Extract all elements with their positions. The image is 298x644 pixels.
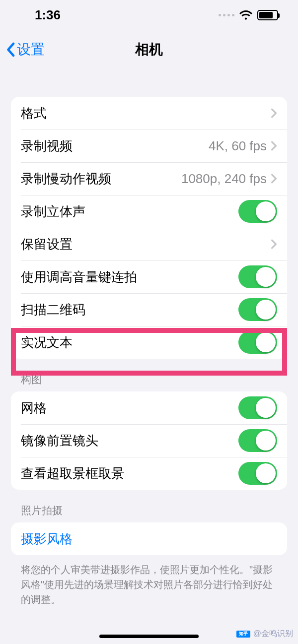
chevron-right-icon: [271, 140, 277, 151]
row-preserve-settings[interactable]: 保留设置: [11, 228, 287, 260]
row-label: 录制慢动作视频: [21, 170, 181, 188]
row-label: 镜像前置镜头: [21, 432, 238, 450]
row-label: 保留设置: [21, 236, 271, 253]
row-scan-qr: 扫描二维码: [11, 293, 287, 326]
row-label: 格式: [21, 105, 271, 122]
settings-group-capture: 摄影风格: [11, 522, 287, 555]
row-photo-styles[interactable]: 摄影风格: [11, 522, 287, 555]
row-detail: 1080p, 240 fps: [181, 171, 267, 187]
row-label: 使用调高音量键连拍: [21, 268, 238, 286]
settings-group-main: 格式 录制视频 4K, 60 fps 录制慢动作视频 1080p, 240 fp…: [11, 97, 287, 359]
chevron-left-icon: [6, 42, 15, 57]
nav-header: 设置 相机: [0, 30, 298, 69]
row-label: 录制立体声: [21, 203, 238, 220]
toggle-scan-qr[interactable]: [238, 298, 277, 321]
wifi-icon: [239, 10, 252, 20]
toggle-mirror-front[interactable]: [238, 429, 277, 452]
row-label: 录制视频: [21, 137, 209, 155]
back-button[interactable]: 设置: [6, 40, 45, 59]
status-time: 1:36: [35, 7, 61, 23]
row-label: 实况文本: [21, 334, 238, 351]
back-label: 设置: [17, 40, 45, 59]
section-footer-capture: 将您的个人审美带进摄影作品，使照片更加个性化。"摄影风格"使用先进的场景理解技术…: [0, 555, 298, 607]
row-label: 查看超取景框取景: [21, 465, 238, 482]
row-view-outside-frame: 查看超取景框取景: [11, 457, 287, 490]
settings-group-composition: 网格 镜像前置镜头 查看超取景框取景: [11, 391, 287, 490]
toggle-grid[interactable]: [238, 396, 277, 419]
row-label: 摄影风格: [21, 530, 277, 548]
chevron-right-icon: [271, 108, 277, 119]
chevron-right-icon: [271, 173, 277, 184]
toggle-stereo[interactable]: [238, 200, 277, 223]
toggle-view-outside-frame[interactable]: [238, 462, 277, 485]
chevron-right-icon: [271, 239, 277, 250]
watermark: 知乎 @金鸣识别: [236, 629, 293, 639]
row-record-video[interactable]: 录制视频 4K, 60 fps: [11, 129, 287, 162]
row-live-text: 实况文本: [11, 326, 287, 359]
toggle-volume-burst[interactable]: [238, 265, 277, 288]
status-right: [219, 10, 278, 20]
row-label: 网格: [21, 399, 238, 417]
zhihu-logo-icon: 知乎: [236, 631, 250, 638]
row-volume-burst: 使用调高音量键连拍: [11, 260, 287, 293]
status-bar: 1:36: [0, 0, 298, 30]
toggle-live-text[interactable]: [238, 331, 277, 354]
row-stereo: 录制立体声: [11, 195, 287, 228]
row-record-slomo[interactable]: 录制慢动作视频 1080p, 240 fps: [11, 162, 287, 195]
row-grid: 网格: [11, 391, 287, 424]
section-header-capture: 照片拍摄: [0, 490, 298, 522]
battery-icon: [257, 10, 278, 20]
cellular-dots-icon: [219, 14, 234, 16]
watermark-text: @金鸣识别: [253, 629, 293, 639]
row-mirror-front: 镜像前置镜头: [11, 424, 287, 457]
page-title: 相机: [0, 40, 298, 59]
home-indicator[interactable]: [99, 635, 199, 638]
row-detail: 4K, 60 fps: [209, 138, 267, 154]
row-format[interactable]: 格式: [11, 97, 287, 129]
row-label: 扫描二维码: [21, 301, 238, 319]
section-header-composition: 构图: [0, 359, 298, 391]
